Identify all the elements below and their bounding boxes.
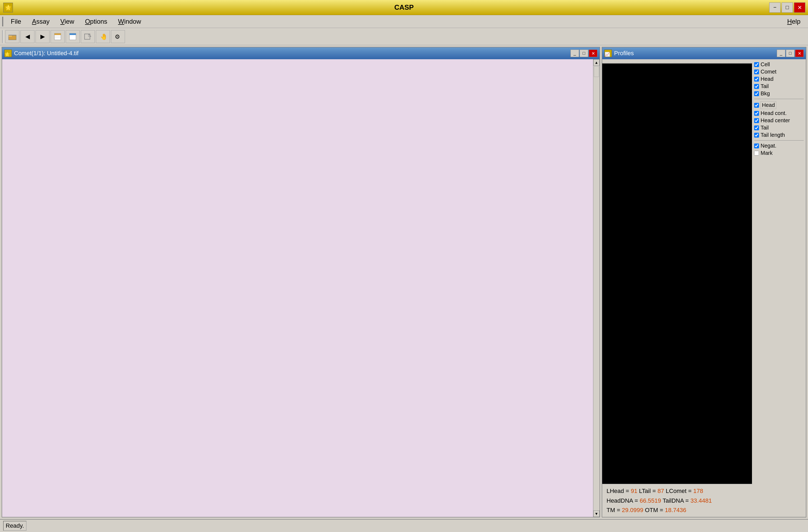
cb-comet[interactable]: Comet [754, 69, 804, 75]
cb-head-input[interactable] [754, 77, 759, 81]
menu-assay[interactable]: Assay [27, 16, 55, 27]
toolbar: ◀ ▶ 🤚 ⚙ [0, 28, 808, 45]
scroll-up[interactable]: ▲ [593, 59, 600, 66]
menu-file[interactable]: File [5, 16, 27, 27]
cb-cell[interactable]: Cell [754, 61, 804, 68]
image-close-btn[interactable]: ✕ [589, 50, 598, 57]
cb-bkg[interactable]: Bkg [754, 91, 804, 97]
cb-head[interactable]: Head [754, 76, 804, 82]
image-content: ▲ ▼ [2, 59, 600, 517]
profiles-maximize-btn[interactable]: □ [786, 50, 794, 57]
otm-label: OTM = [645, 507, 665, 513]
cb-tail[interactable]: Tail [754, 83, 804, 89]
svg-text:⚙: ⚙ [115, 33, 120, 40]
cb-tail-label: Tail [760, 83, 769, 89]
tm-label: TM = [607, 507, 622, 513]
status-bar: Ready. [0, 519, 808, 532]
profiles-top-border [602, 59, 752, 63]
profiles-close-btn[interactable]: ✕ [795, 50, 804, 57]
toolbar-btn1[interactable] [51, 30, 65, 43]
toolbar-btn3[interactable] [81, 30, 95, 43]
headdna-value: 66.5519 [640, 497, 661, 504]
cb-tail-length-input[interactable] [754, 133, 759, 137]
image-maximize-btn[interactable]: □ [580, 50, 588, 57]
stats-line3: TM = 29.0999 OTM = 18.7436 [607, 505, 748, 515]
cb-head-overlay-label: Head [760, 101, 776, 109]
cb-negat-input[interactable] [754, 144, 759, 148]
cb-tail-length[interactable]: Tail length [754, 132, 804, 138]
profiles-sidebar: Cell Comet Head Tail Bkg [752, 59, 806, 517]
main-area: 🌟 Comet(1/1): Untitled-4.tif _ □ ✕ ▲ ▼ [0, 45, 808, 519]
cb-head-cont-input[interactable] [754, 111, 759, 116]
stats-line2: HeadDNA = 66.5519 TailDNA = 33.4481 [607, 496, 748, 505]
graph-container [602, 63, 752, 484]
otm-value: 18.7436 [665, 507, 686, 513]
menu-window[interactable]: Window [113, 16, 146, 27]
profiles-window: 📈 Profiles _ □ ✕ LHead = 91 [602, 47, 806, 517]
svg-rect-8 [70, 33, 76, 35]
maximize-button[interactable]: □ [782, 2, 793, 13]
menu-help[interactable]: Help [782, 16, 806, 27]
cb-negat-label: Negat. [760, 143, 776, 149]
menu-bar: File Assay View Options Window Help [0, 15, 808, 28]
close-button[interactable]: ✕ [794, 2, 805, 13]
profiles-controls: _ □ ✕ [777, 50, 804, 57]
lcomet-label: LComet = [666, 488, 693, 494]
profiles-minimize-btn[interactable]: _ [777, 50, 785, 57]
toolbar-prev[interactable]: ◀ [20, 30, 35, 43]
ltail-label: LTail = [639, 488, 658, 494]
sidebar-divider-1 [754, 99, 804, 99]
image-window: 🌟 Comet(1/1): Untitled-4.tif _ □ ✕ ▲ ▼ [2, 47, 600, 517]
svg-rect-2 [8, 35, 16, 36]
sidebar-divider-2 [754, 140, 804, 140]
tm-value: 29.0999 [622, 507, 643, 513]
app-title: CASP [394, 3, 414, 12]
svg-rect-4 [54, 33, 61, 35]
toolbar-open[interactable] [5, 30, 19, 43]
toolbar-btn2[interactable] [66, 30, 80, 43]
app-icon: 🌟 [3, 3, 13, 13]
toolbar-settings[interactable]: ⚙ [111, 30, 125, 43]
cb-comet-input[interactable] [754, 70, 759, 74]
toolbar-next[interactable]: ▶ [36, 30, 50, 43]
taildna-label: TailDNA = [663, 497, 690, 504]
minimize-button[interactable]: − [769, 2, 781, 13]
image-window-title-bar: 🌟 Comet(1/1): Untitled-4.tif _ □ ✕ [2, 48, 600, 59]
cb-head-center-label: Head center [760, 117, 790, 124]
cb-head-center-input[interactable] [754, 118, 759, 123]
cb-tail-overlay-input[interactable] [754, 126, 759, 130]
stats-bar: LHead = 91 LTail = 87 LComet = 178 HeadD… [602, 484, 752, 517]
cb-bkg-input[interactable] [754, 91, 759, 96]
cb-tail-overlay-label: Tail [760, 125, 769, 131]
cb-head-overlay[interactable]: Head [754, 101, 804, 109]
cb-bkg-label: Bkg [760, 91, 770, 97]
image-minimize-btn[interactable]: _ [570, 50, 579, 57]
cb-negat[interactable]: Negat. [754, 143, 804, 149]
cb-tail-overlay[interactable]: Tail [754, 125, 804, 131]
lhead-label: LHead = [607, 488, 631, 494]
cb-tail-input[interactable] [754, 84, 759, 89]
cb-mark-input[interactable] [754, 151, 759, 156]
cb-head-cont[interactable]: Head cont. [754, 110, 804, 116]
cb-cell-input[interactable] [754, 62, 759, 67]
graph-canvas [602, 63, 752, 484]
menu-view[interactable]: View [55, 16, 80, 27]
menu-options[interactable]: Options [80, 16, 113, 27]
toolbar-divider [2, 30, 3, 43]
cb-head-cont-label: Head cont. [760, 110, 787, 116]
lcomet-value: 178 [693, 488, 703, 494]
scroll-down[interactable]: ▼ [593, 511, 600, 517]
title-bar: 🌟 CASP − □ ✕ [0, 0, 808, 15]
cb-head-center[interactable]: Head center [754, 117, 804, 124]
status-text: Ready. [3, 521, 26, 531]
toolbar-hand[interactable]: 🤚 [96, 30, 110, 43]
svg-text:🤚: 🤚 [100, 33, 107, 40]
menu-bar-divider [2, 17, 3, 26]
cb-head-overlay-input[interactable] [754, 103, 759, 108]
scrollbar-vertical[interactable]: ▲ ▼ [593, 59, 600, 517]
title-controls: − □ ✕ [769, 2, 805, 13]
profiles-title-bar: 📈 Profiles _ □ ✕ [602, 48, 806, 59]
cb-mark[interactable]: Mark [754, 150, 804, 156]
ltail-value: 87 [658, 488, 664, 494]
cb-comet-label: Comet [760, 69, 776, 75]
